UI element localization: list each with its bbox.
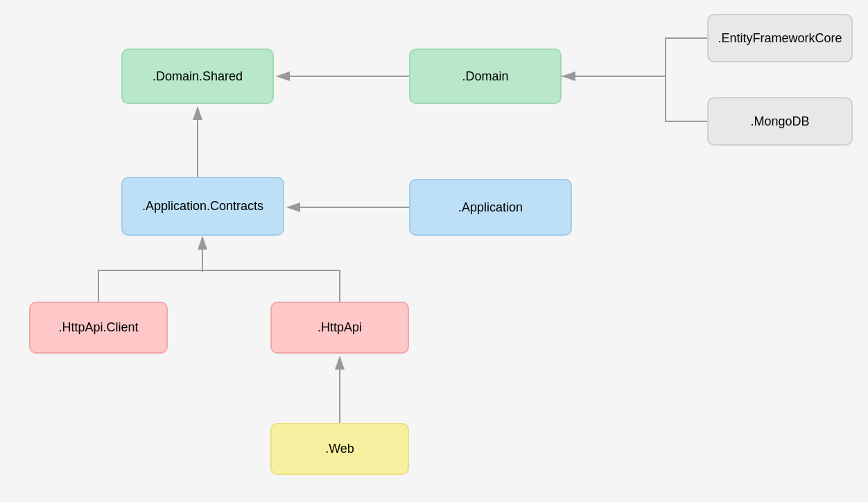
node-domain: .Domain xyxy=(409,49,562,104)
node-httpapi-label: .HttpApi xyxy=(318,320,362,335)
node-httpapi-client: .HttpApi.Client xyxy=(29,302,168,354)
node-application-contracts: .Application.Contracts xyxy=(121,177,284,236)
node-application-label: .Application xyxy=(458,200,523,215)
node-web: .Web xyxy=(270,423,409,475)
node-httpapi-client-label: .HttpApi.Client xyxy=(58,320,138,335)
node-app-contracts-label: .Application.Contracts xyxy=(142,199,263,214)
node-efcore-label: .EntityFrameworkCore xyxy=(718,31,842,46)
node-mongodb-label: .MongoDB xyxy=(750,114,809,129)
node-httpapi: .HttpApi xyxy=(270,302,409,354)
diagram: .Domain.Shared .Domain .EntityFrameworkC… xyxy=(0,0,868,502)
node-mongodb: .MongoDB xyxy=(707,97,853,146)
node-domain-label: .Domain xyxy=(462,69,508,84)
node-domain-shared: .Domain.Shared xyxy=(121,49,274,104)
node-application: .Application xyxy=(409,179,572,236)
node-web-label: .Web xyxy=(325,442,354,456)
node-domain-shared-label: .Domain.Shared xyxy=(153,69,243,84)
node-entity-framework-core: .EntityFrameworkCore xyxy=(707,14,853,62)
